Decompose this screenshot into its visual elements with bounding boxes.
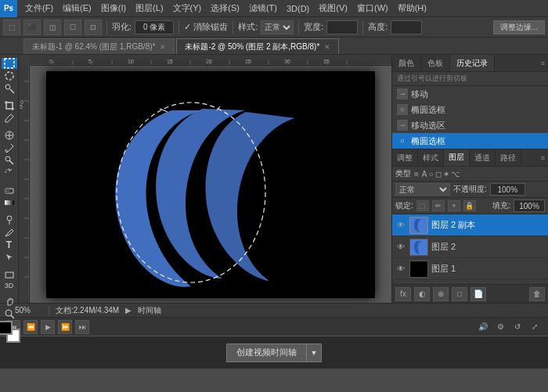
blend-mode-select[interactable]: 正常 <box>395 183 450 196</box>
fg-bg-swatches <box>0 321 20 343</box>
create-video-timeline-button[interactable]: 创建视频时间轴 <box>226 343 306 362</box>
new-layer-button[interactable]: 📄 <box>470 287 486 301</box>
tl-play[interactable]: ▶ <box>41 320 55 334</box>
feather-input[interactable] <box>135 20 174 34</box>
tool-gradient[interactable] <box>2 197 17 208</box>
tool-hand[interactable] <box>2 296 17 307</box>
menu-select[interactable]: 选择(S) <box>206 1 244 16</box>
blend-mode-row: 正常 不透明度: <box>392 182 548 198</box>
menu-help[interactable]: 帮助(H) <box>393 1 431 16</box>
tool-dodge[interactable] <box>2 214 17 225</box>
foreground-swatch[interactable] <box>0 321 13 335</box>
svg-text:25: 25 <box>245 59 251 64</box>
layer-adjustment-button[interactable]: ⊕ <box>433 287 449 301</box>
svg-rect-0 <box>5 59 14 68</box>
tool-quick-select[interactable] <box>2 83 17 94</box>
lock-transparency[interactable]: ⬚ <box>416 200 429 211</box>
kind-icon: ≡ <box>414 170 419 178</box>
status-arrow-right[interactable]: ▶ <box>125 306 132 315</box>
layer-mask-button[interactable]: ◐ <box>414 287 430 301</box>
menu-bar: Ps 文件(F) 编辑(E) 图像(I) 图层(L) 文字(Y) 选择(S) 滤… <box>0 0 548 17</box>
history-item-ellipse1[interactable]: ○ 椭圆选框 <box>392 102 548 117</box>
tool-icon-5[interactable]: ⊡ <box>85 20 102 35</box>
menu-view[interactable]: 视图(V) <box>314 1 352 16</box>
layer-item-2[interactable]: 👁 图层 2 <box>392 236 548 258</box>
menu-3d[interactable]: 3D(D) <box>282 2 314 15</box>
layer-eye-1[interactable]: 👁 <box>395 264 406 275</box>
create-timeline-dropdown[interactable]: ▼ <box>306 343 322 362</box>
history-item-move-select[interactable]: → 移动选区 <box>392 117 548 133</box>
tool-clone[interactable] <box>2 155 17 166</box>
style-select[interactable]: 正常 <box>261 20 294 34</box>
adjust-edge-button[interactable]: 调整边缘... <box>493 20 545 34</box>
width-label: 宽度: <box>304 21 323 33</box>
layer-tab-paths[interactable]: 路径 <box>496 149 521 166</box>
tl-loop[interactable]: ↺ <box>510 320 525 334</box>
layer-tab-channels[interactable]: 通道 <box>470 149 496 166</box>
layers-menu-icon[interactable]: ≡ <box>541 154 545 162</box>
fill-input[interactable] <box>514 200 545 212</box>
tool-rectangle[interactable] <box>2 269 17 280</box>
tab-1-close[interactable]: ✕ <box>160 43 166 51</box>
tool-marquee[interactable] <box>2 58 17 69</box>
tool-eraser[interactable] <box>2 185 17 196</box>
tl-end[interactable]: ⏭ <box>75 320 89 334</box>
opacity-input[interactable] <box>490 183 525 196</box>
tl-settings[interactable]: ⚙ <box>493 320 507 334</box>
tl-expand[interactable]: ⤢ <box>528 320 542 334</box>
tool-path-select[interactable] <box>2 252 17 263</box>
history-item-move[interactable]: → 移动 <box>392 86 548 102</box>
height-input[interactable] <box>391 20 422 34</box>
panel-tab-history[interactable]: 历史记录 <box>450 55 495 71</box>
tool-lasso[interactable] <box>2 70 17 81</box>
layer-tab-layers[interactable]: 图层 <box>444 149 470 166</box>
tool-crop[interactable] <box>2 100 17 111</box>
tl-audio[interactable]: 🔊 <box>476 320 490 334</box>
history-item-ellipse2[interactable]: ○ 椭圆选框 <box>392 133 548 149</box>
layer-item-1[interactable]: 👁 图层 1 <box>392 258 548 280</box>
tab-2-close[interactable]: ✕ <box>324 43 330 51</box>
layer-group-button[interactable]: □ <box>452 287 467 301</box>
menu-text[interactable]: 文字(Y) <box>168 1 207 16</box>
lock-all[interactable]: 🔒 <box>463 200 476 211</box>
panel-tab-color[interactable]: 颜色 <box>392 55 421 71</box>
svg-rect-9 <box>5 189 9 193</box>
tool-brush[interactable] <box>2 142 17 153</box>
menu-image[interactable]: 图像(I) <box>96 1 131 16</box>
menu-filter[interactable]: 滤镜(T) <box>244 1 282 16</box>
tool-icon-3[interactable]: ◫ <box>44 20 61 35</box>
ellipse-icon-1: ○ <box>397 104 408 115</box>
tool-icon-2[interactable]: ⬛ <box>23 20 41 35</box>
width-input[interactable] <box>326 20 358 34</box>
lock-image[interactable]: ✏ <box>432 200 445 211</box>
tool-3d[interactable]: 3D <box>2 282 17 290</box>
tab-untitled-2[interactable]: 未标题-2 @ 50% (图层 2 副本,RGB/8)* ✕ <box>176 38 339 54</box>
menu-window[interactable]: 窗口(W) <box>352 1 393 16</box>
layer-tab-adjust[interactable]: 调整 <box>392 149 418 166</box>
layer-fx-button[interactable]: fx <box>395 287 411 301</box>
panel-tab-swatches[interactable]: 色板 <box>421 55 450 71</box>
tool-pen[interactable] <box>2 227 17 238</box>
tool-eyedropper[interactable] <box>2 113 17 124</box>
tool-icon-4[interactable]: ☐ <box>64 20 81 35</box>
tl-forward[interactable]: ⏩ <box>58 320 72 334</box>
tl-back[interactable]: ⏪ <box>23 320 38 334</box>
layer-tab-style[interactable]: 样式 <box>418 149 444 166</box>
menu-edit[interactable]: 编辑(E) <box>58 1 96 16</box>
menu-file[interactable]: 文件(F) <box>20 1 58 16</box>
tool-heal[interactable] <box>2 130 17 141</box>
layer-eye-copy[interactable]: 👁 <box>395 220 406 231</box>
tool-zoom[interactable] <box>2 308 17 319</box>
toolbar-sep-4 <box>298 20 299 34</box>
tab-untitled-1[interactable]: 未标题-1 @ 62.4% (图层 1,RGB/8)* ✕ <box>23 38 175 54</box>
layer-item-copy[interactable]: 👁 图层 2 副本 <box>392 214 548 236</box>
svg-line-15 <box>11 315 14 318</box>
tool-text[interactable]: T <box>2 239 17 250</box>
panel-menu-icon[interactable]: ≡ <box>541 59 545 67</box>
tool-history-brush[interactable] <box>2 167 17 178</box>
lock-position[interactable]: + <box>448 200 460 211</box>
menu-layer[interactable]: 图层(L) <box>131 1 168 16</box>
delete-layer-button[interactable]: 🗑 <box>529 287 545 301</box>
tool-icon-1[interactable]: ⬚ <box>3 20 20 35</box>
layer-eye-2[interactable]: 👁 <box>395 242 406 253</box>
